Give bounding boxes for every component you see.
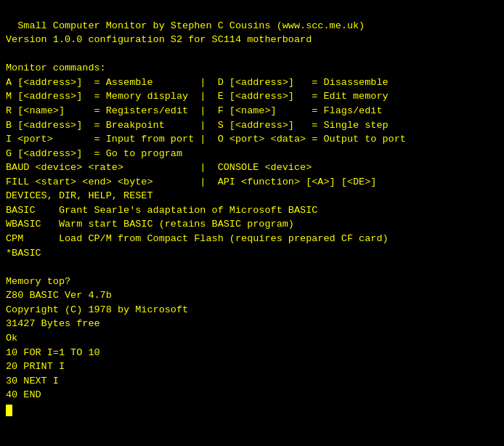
terminal-screen[interactable]: Small Computer Monitor by Stephen C Cous…	[0, 0, 504, 446]
terminal-cursor	[6, 405, 12, 416]
terminal-output: Small Computer Monitor by Stephen C Cous…	[6, 20, 406, 401]
